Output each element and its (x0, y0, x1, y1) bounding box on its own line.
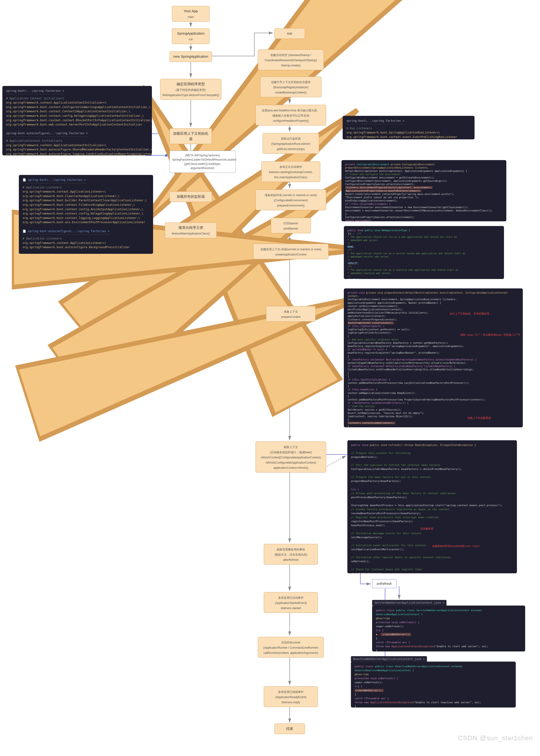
node-deduce-type: 确定应用程序类型 (基于特定的类确定类型) WebApplicationType… (160, 79, 221, 100)
node-headless: 设置java.awt.headless=true 表示缺少显示器、 键盘输入设备… (255, 105, 326, 125)
node-new-spring-app: new SpringApplication (170, 51, 212, 62)
node-print-banner: 打印banner printBanner (271, 218, 311, 233)
node-bootstrap-context: 创建引导上下文并初始化注册类 (BootstrapRegistryInitial… (260, 76, 322, 97)
code-initializers: spring-boot\...\spring.factories × # App… (2, 86, 152, 155)
code-refresh: public void public void refresh() throws… (347, 440, 517, 573)
code-prepare-context: private void private void prepareContext… (344, 289, 523, 427)
node-startup-create: 创建启动类型 (StandardStartup / CoordinatedRes… (258, 50, 324, 70)
annot-a3: 加载上下文的配置源 (468, 416, 491, 420)
node-end: 结束 (274, 723, 305, 734)
node-load-listeners: 加载所有的监听器 (170, 191, 212, 202)
annot-refresh-a2: 创建剩余的所有bean的实例(non-lazy) (432, 544, 480, 548)
node-create-context: 创建应用上下文-容器(servlet or reactive or none) … (253, 244, 329, 259)
node-your-app: Your App main (172, 6, 209, 22)
svg-line-26 (316, 304, 341, 312)
node-after-refresh: 刷新完需要处理的事情 (预留方法，没有实现内容) afterRefresh (264, 544, 318, 565)
node-call-runners: 启动所有runner (ApplicationRunner / CommandL… (258, 637, 324, 658)
svg-line-23 (320, 125, 339, 140)
node-prepare-env: 准备初始环境 (servlet or reactive or none) (Co… (255, 189, 326, 210)
node-deduce-main: 推算出程序主类 deduceMainApplicationClass() (165, 222, 217, 238)
svg-line-22 (153, 196, 167, 212)
code-reactive: public class public class ReactiveWebSer… (351, 662, 516, 707)
svg-line-27 (325, 455, 346, 467)
code-listeners: 📄 spring-boot\...\spring.factories × # A… (19, 175, 153, 254)
code-run-listeners: spring-boot\...\spring.factories × # Run… (342, 116, 474, 139)
node-prepare-context: 准备上下文 prepareContext (266, 306, 316, 321)
code-servlet: public class public class ServletWebServ… (372, 605, 525, 652)
meta-inf-box: (META-INF/spring.factories) SpringFactor… (170, 151, 235, 173)
node-starting-event: 发布正在启动事件 listeners.starting(bootstrapCon… (261, 161, 320, 182)
code-webapp-type: public enum public enum WebApplicationTy… (344, 226, 504, 279)
node-ready-event: 发布应用已就绪事件 (ApplicationReadyEvent) listen… (264, 686, 318, 707)
tab-servlet: ServletWebServerApplicationContext.java … (372, 600, 447, 605)
svg-line-21 (153, 107, 167, 134)
node-started-event: 发布应用已启动事件 (ApplicationStartedEvent) list… (264, 592, 318, 613)
file-icon: 📄 (23, 229, 28, 233)
node-load-initializers: 加载应用上下文初始化器 (170, 128, 212, 144)
tab-reactive: ReactiveWebServerApplicationContext.java… (351, 656, 427, 662)
annot-refresh-a1: 启动服务器 (420, 527, 433, 531)
node-onrefresh: onRefresh (372, 579, 396, 588)
node-spring-application: SpringApplication run (172, 28, 209, 44)
node-refresh-context: 刷新上下文 (启动服务器监听端口，做成bean) refreshContext(… (255, 441, 326, 472)
annot-a2: 获取 bean 工厂，并注册单例bean 到容器/工厂中 (461, 333, 520, 337)
node-run: run (274, 28, 305, 39)
node-run-listeners: 获取运行监听器 (SpringApplicationRunListener) g… (263, 133, 319, 154)
file-icon: 📄 (23, 178, 28, 182)
annot-a1: 执行上下文初始器, 所有的预处理 (450, 312, 489, 315)
watermark: CSDN @sun_star1chen (458, 734, 533, 742)
code-prepare-env: private ConfigurableEnvironment private … (341, 160, 506, 221)
